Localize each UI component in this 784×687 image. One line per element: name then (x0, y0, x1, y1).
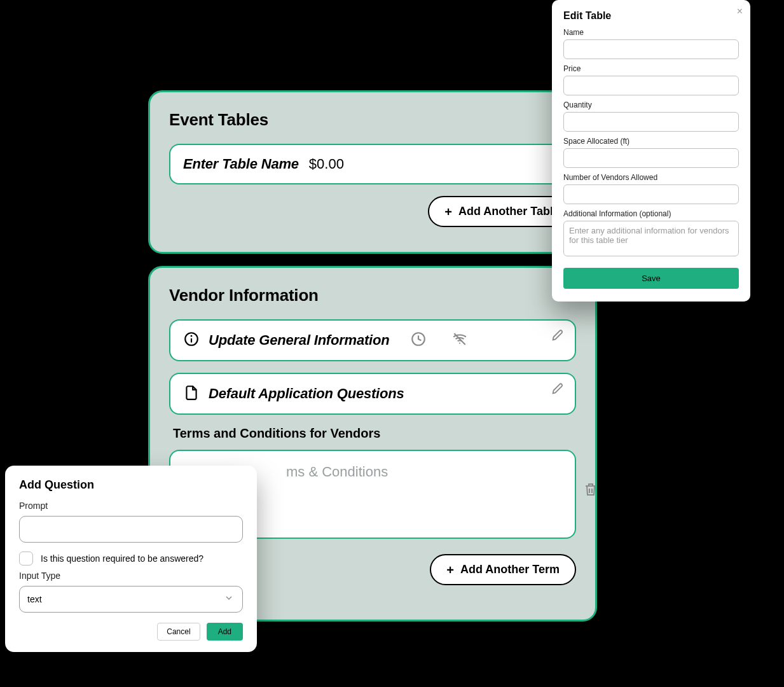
default-questions-label: Default Application Questions (209, 385, 404, 402)
add-table-label: Add Another Table (458, 205, 560, 218)
trash-icon[interactable] (583, 482, 598, 499)
edit-table-title: Edit Table (563, 10, 739, 22)
quantity-input[interactable] (563, 112, 739, 132)
file-icon (183, 384, 200, 403)
wifi-off-icon (451, 331, 469, 350)
required-label: Is this question required to be answered… (41, 553, 203, 564)
name-label: Name (563, 28, 739, 37)
vendors-label: Number of Vendors Allowed (563, 173, 739, 182)
clock-icon (410, 331, 427, 350)
terms-placeholder: ms & Conditions (286, 464, 388, 480)
required-checkbox[interactable] (19, 552, 33, 566)
default-questions-row[interactable]: Default Application Questions (169, 373, 576, 415)
add-question-title: Add Question (19, 478, 243, 492)
terms-heading: Terms and Conditions for Vendors (173, 426, 576, 441)
space-label: Space Allocated (ft) (563, 137, 739, 146)
quantity-label: Quantity (563, 101, 739, 109)
event-tables-title: Event Tables (169, 110, 576, 130)
vendor-info-title: Vendor Information (169, 286, 576, 305)
close-icon[interactable]: × (737, 6, 743, 17)
input-type-select[interactable] (19, 586, 243, 613)
prompt-label: Prompt (19, 501, 243, 511)
event-tables-panel: Event Tables Enter Table Name $0.00 + Ad… (148, 90, 597, 254)
space-input[interactable] (563, 148, 739, 168)
prompt-input[interactable] (19, 516, 243, 543)
vendors-input[interactable] (563, 184, 739, 204)
edit-table-modal: × Edit Table Name Price Quantity Space A… (552, 0, 750, 302)
general-info-label: Update General Information (209, 332, 390, 349)
add-another-term-button[interactable]: + Add Another Term (430, 554, 576, 585)
general-info-row[interactable]: Update General Information (169, 319, 576, 361)
table-name: Enter Table Name (183, 156, 299, 172)
info-icon (183, 331, 200, 350)
price-input[interactable] (563, 76, 739, 95)
plus-icon: + (444, 205, 452, 218)
plus-icon: + (446, 564, 454, 576)
svg-point-4 (458, 342, 460, 344)
add-question-modal: Add Question Prompt Is this question req… (5, 466, 257, 652)
input-type-label: Input Type (19, 571, 243, 581)
edit-icon[interactable] (551, 328, 565, 345)
save-button[interactable]: Save (563, 268, 739, 289)
price-label: Price (563, 64, 739, 73)
svg-point-2 (191, 335, 193, 337)
table-price: $0.00 (309, 156, 344, 172)
edit-icon[interactable] (551, 382, 565, 398)
cancel-button[interactable]: Cancel (157, 623, 200, 641)
additional-textarea[interactable] (563, 221, 739, 256)
table-row[interactable]: Enter Table Name $0.00 (169, 144, 576, 184)
additional-label: Additional Information (optional) (563, 209, 739, 218)
add-term-label: Add Another Term (460, 563, 560, 576)
add-button[interactable]: Add (207, 623, 243, 641)
name-input[interactable] (563, 39, 739, 59)
